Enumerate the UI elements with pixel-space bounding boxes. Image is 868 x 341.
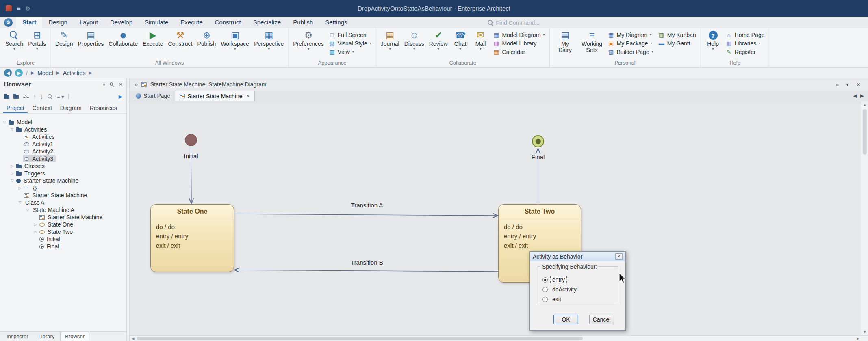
ribbon-tab-settings[interactable]: Settings xyxy=(319,17,353,28)
panel-splitter[interactable] xyxy=(127,78,130,341)
tree-item-state-machine-a[interactable]: ▽State Machine A xyxy=(0,206,126,214)
initial-node[interactable] xyxy=(185,134,197,146)
radio-label-entry[interactable]: entry xyxy=(551,276,566,283)
tree-item-activities[interactable]: ▽Activities xyxy=(0,126,126,133)
ribbon-button-my-package[interactable]: ▣My Package▾ xyxy=(605,39,656,47)
close-icon[interactable]: ✕ xyxy=(856,82,861,88)
ribbon-tab-publish[interactable]: Publish xyxy=(287,17,319,28)
ribbon-button-construct[interactable]: ⚒Construct xyxy=(166,29,195,48)
tree-expander[interactable]: ▷ xyxy=(9,171,15,175)
tree-expander[interactable]: ▷ xyxy=(33,230,38,234)
bottom-tab-library[interactable]: Library xyxy=(34,332,59,341)
ribbon-button-mail[interactable]: ✉Mail▾ xyxy=(471,29,491,52)
ribbon-button-my-diagram[interactable]: ▦My Diagram▾ xyxy=(605,30,656,39)
ribbon-button-chat[interactable]: ☎Chat▾ xyxy=(450,29,471,52)
folder-icon[interactable] xyxy=(13,95,19,99)
ribbon-button-journal[interactable]: ▤Journal▾ xyxy=(378,29,402,52)
tree-item-starter-state-machine[interactable]: ▽Starter State Machine xyxy=(0,177,126,184)
radio-option-exit[interactable]: exit xyxy=(542,294,618,304)
ribbon-tab-layout[interactable]: Layout xyxy=(74,17,104,28)
radio-doactivity[interactable] xyxy=(542,287,548,292)
horizontal-scroll-track[interactable] xyxy=(136,336,855,341)
document-tab-starter-state-machine[interactable]: Starter State Machine✕ xyxy=(175,91,255,101)
ribbon-button-perspective[interactable]: ▦Perspective▾ xyxy=(252,29,286,52)
bottom-tab-browser[interactable]: Browser xyxy=(60,332,89,341)
tree-expander[interactable]: ▷ xyxy=(17,186,23,190)
ribbon-button-model-library[interactable]: ▥Model Library xyxy=(491,39,547,47)
tree-item-activity1[interactable]: Activity1 xyxy=(0,140,126,148)
ribbon-button-working-sets[interactable]: ≡Working Sets xyxy=(579,29,605,54)
pin-icon[interactable] xyxy=(109,82,115,87)
find-command-input[interactable] xyxy=(496,19,565,26)
ribbon-tab-execute[interactable]: Execute xyxy=(174,17,208,28)
tree-item-class-a[interactable]: ▽Class A xyxy=(0,199,126,206)
ribbon-button-my-diary[interactable]: ▤My Diary xyxy=(552,29,579,54)
breadcrumb-item-activities[interactable]: Activities xyxy=(63,70,85,76)
ribbon-button-design[interactable]: ✎Design xyxy=(53,29,76,48)
nav-forward-button[interactable]: ▶ xyxy=(15,69,23,77)
tree-expander[interactable]: ▷ xyxy=(9,164,15,168)
bottom-tab-inspector[interactable]: Inspector xyxy=(2,332,33,341)
ribbon-tab-develop[interactable]: Develop xyxy=(104,17,139,28)
quick-access-gear-icon[interactable]: ⚙ xyxy=(25,5,30,12)
horizontal-scrollbar[interactable]: ◀ ▶ xyxy=(130,335,868,341)
ribbon-button-builder-page[interactable]: ▧Builder Page▾ xyxy=(605,47,656,56)
state-one[interactable]: State One do / do entry / entry exit / e… xyxy=(150,204,234,272)
ribbon-button-portals[interactable]: ⊞Portals▾ xyxy=(26,29,48,52)
ribbon-button-visual-style[interactable]: ▧Visual Style▾ xyxy=(326,39,374,47)
collapse-left-icon[interactable]: « xyxy=(836,82,839,88)
nav-back-button[interactable]: ◀ xyxy=(4,69,12,77)
tree-item-starter-state-machine[interactable]: Starter State Machine xyxy=(0,214,126,221)
move-up-icon[interactable]: ↑ xyxy=(33,93,36,100)
ribbon-tab-specialize[interactable]: Specialize xyxy=(247,17,287,28)
ribbon-button-review[interactable]: ✔Review▾ xyxy=(427,29,450,52)
browser-tab-context[interactable]: Context xyxy=(29,104,55,113)
tree-item-activities[interactable]: Activities xyxy=(0,133,126,140)
tree-item-triggers[interactable]: ▷Triggers xyxy=(0,170,126,177)
ribbon-button-view[interactable]: ▥View▾ xyxy=(326,47,374,56)
chevron-down-icon[interactable]: ▾ xyxy=(846,82,849,88)
scroll-down-icon[interactable]: ▼ xyxy=(861,329,868,335)
ribbon-button-model-diagram[interactable]: ▦Model Diagram▾ xyxy=(491,30,547,39)
move-down-icon[interactable]: ↓ xyxy=(40,93,43,100)
ribbon-button-publish[interactable]: ⊕Publish xyxy=(195,29,218,48)
ok-button[interactable]: OK xyxy=(553,315,578,324)
ribbon-button-collaborate[interactable]: ☻Collaborate xyxy=(106,29,140,48)
tree-item-item[interactable]: ▷•••{} xyxy=(0,184,126,192)
browser-tab-project[interactable]: Project xyxy=(3,104,28,113)
close-icon[interactable]: ✕ xyxy=(119,82,123,87)
tree-expander[interactable]: ▽ xyxy=(17,201,23,205)
tree-expander[interactable]: ▽ xyxy=(9,179,15,183)
browser-tab-diagram[interactable]: Diagram xyxy=(57,104,85,113)
ribbon-button-my-kanban[interactable]: ▥My Kanban xyxy=(656,30,699,39)
scroll-right-icon[interactable]: ▶ xyxy=(855,336,861,341)
hierarchy-icon[interactable]: ⌥ xyxy=(23,93,29,100)
ribbon-button-search[interactable]: Search▾ xyxy=(3,29,26,52)
final-node[interactable] xyxy=(532,135,544,147)
diagram-canvas[interactable]: Initial Final Transition A Transition B … xyxy=(130,101,861,335)
horizontal-scroll-thumb[interactable] xyxy=(137,337,583,340)
tree-item-starter-state-machine[interactable]: Starter State Machine xyxy=(0,192,126,199)
close-icon[interactable]: ✕ xyxy=(615,253,623,260)
tree-item-state-two[interactable]: ▷State Two xyxy=(0,228,126,235)
ribbon-tab-simulate[interactable]: Simulate xyxy=(139,17,174,28)
radio-label-doactivity[interactable]: doActivity xyxy=(551,286,578,293)
radio-entry[interactable] xyxy=(542,277,548,283)
ribbon-button-full-screen[interactable]: □Full Screen xyxy=(326,30,374,39)
tree-expander[interactable]: ▽ xyxy=(9,127,15,132)
radio-label-exit[interactable]: exit xyxy=(551,296,563,302)
scroll-left-icon[interactable]: ◀ xyxy=(130,336,136,341)
tree-item-final[interactable]: Final xyxy=(0,243,126,250)
ribbon-button-discuss[interactable]: ☺Discuss▾ xyxy=(402,29,427,52)
tree-item-classes[interactable]: ▷Classes xyxy=(0,162,126,170)
menu-icon[interactable]: ≡ ▾ xyxy=(57,94,64,100)
ribbon-button-properties[interactable]: ▤Properties xyxy=(76,29,106,48)
tree-expander[interactable]: ▽ xyxy=(25,208,30,212)
transition-b-connector[interactable] xyxy=(234,270,498,272)
tree-expander[interactable]: ▽ xyxy=(2,120,7,124)
scroll-up-icon[interactable]: ▲ xyxy=(861,101,868,108)
chevron-down-icon[interactable]: ▾ xyxy=(103,82,105,87)
dialog-titlebar[interactable]: Activity as Behavior ✕ xyxy=(530,252,625,261)
tree-item-state-one[interactable]: ▷State One xyxy=(0,221,126,228)
close-icon[interactable]: ✕ xyxy=(246,93,250,99)
